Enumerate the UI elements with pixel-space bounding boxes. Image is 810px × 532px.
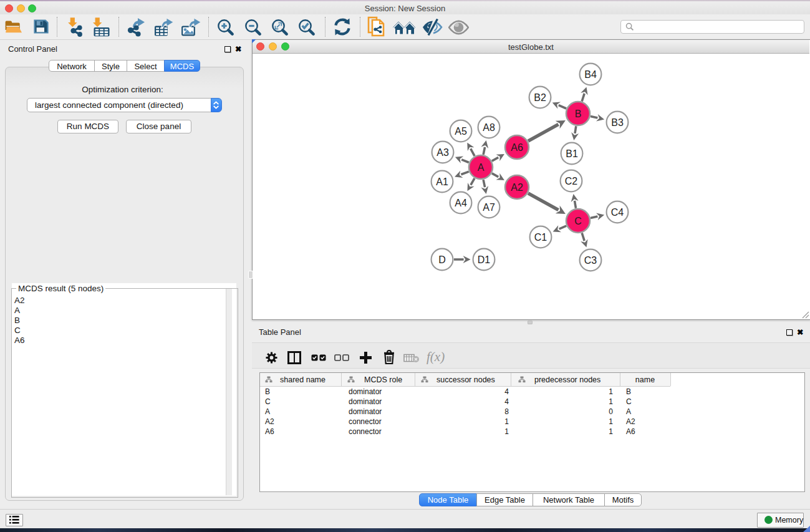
svg-text:B4: B4 xyxy=(584,69,597,80)
svg-text:B: B xyxy=(575,109,582,119)
svg-text:B1: B1 xyxy=(566,148,578,159)
svg-text:A3: A3 xyxy=(436,147,449,158)
svg-text:A7: A7 xyxy=(483,202,495,213)
svg-text:D: D xyxy=(438,254,446,265)
svg-text:C3: C3 xyxy=(584,255,597,266)
svg-text:B2: B2 xyxy=(534,92,546,103)
svg-text:C2: C2 xyxy=(565,176,578,186)
svg-text:A4: A4 xyxy=(455,198,467,208)
svg-text:D1: D1 xyxy=(478,254,491,265)
svg-text:C4: C4 xyxy=(611,207,624,218)
svg-text:C: C xyxy=(574,216,582,226)
svg-text:A2: A2 xyxy=(511,182,523,193)
svg-text:B3: B3 xyxy=(611,117,624,128)
svg-text:A5: A5 xyxy=(455,126,467,137)
svg-text:A: A xyxy=(478,162,485,173)
svg-text:C1: C1 xyxy=(534,232,547,243)
svg-text:A8: A8 xyxy=(483,122,495,133)
svg-text:A6: A6 xyxy=(511,142,523,153)
svg-text:A1: A1 xyxy=(436,177,448,187)
